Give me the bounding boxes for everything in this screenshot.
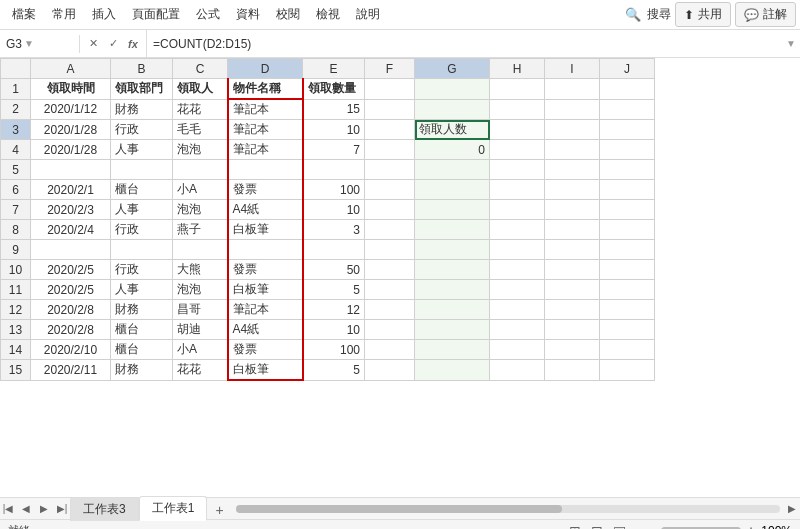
cell-H13[interactable] [490, 320, 545, 340]
cell-F12[interactable] [365, 300, 415, 320]
cell-J6[interactable] [600, 180, 655, 200]
cell-E8[interactable]: 3 [303, 220, 365, 240]
col-header-A[interactable]: A [31, 59, 111, 79]
cell-F13[interactable] [365, 320, 415, 340]
cell-D4[interactable]: 筆記本 [228, 140, 303, 160]
cell-E7[interactable]: 10 [303, 200, 365, 220]
cell-E4[interactable]: 7 [303, 140, 365, 160]
cell-J12[interactable] [600, 300, 655, 320]
cell-A7[interactable]: 2020/2/3 [31, 200, 111, 220]
cell-A1[interactable]: 領取時間 [31, 79, 111, 100]
cell-D5[interactable] [228, 160, 303, 180]
cell-J11[interactable] [600, 280, 655, 300]
cell-B6[interactable]: 櫃台 [111, 180, 173, 200]
cell-A10[interactable]: 2020/2/5 [31, 260, 111, 280]
menu-view[interactable]: 檢視 [308, 2, 348, 27]
sheet-nav-prev[interactable]: ◀ [18, 501, 34, 517]
col-header-D[interactable]: D [228, 59, 303, 79]
zoom-minus[interactable]: － [645, 522, 657, 529]
cell-B14[interactable]: 櫃台 [111, 340, 173, 360]
cell-F8[interactable] [365, 220, 415, 240]
cell-I14[interactable] [545, 340, 600, 360]
cell-J1[interactable] [600, 79, 655, 100]
cell-C15[interactable]: 花花 [173, 360, 228, 381]
cell-E3[interactable]: 10 [303, 120, 365, 140]
cell-B2[interactable]: 財務 [111, 99, 173, 120]
cell-G13[interactable] [415, 320, 490, 340]
cell-C1[interactable]: 領取人 [173, 79, 228, 100]
cell-I8[interactable] [545, 220, 600, 240]
cell-J5[interactable] [600, 160, 655, 180]
cell-G8[interactable] [415, 220, 490, 240]
cell-A9[interactable] [31, 240, 111, 260]
cell-A15[interactable]: 2020/2/11 [31, 360, 111, 381]
sheet-nav-last[interactable]: ▶| [54, 501, 70, 517]
cell-I6[interactable] [545, 180, 600, 200]
cell-H2[interactable] [490, 99, 545, 120]
cell-C14[interactable]: 小A [173, 340, 228, 360]
sheet-tab-1[interactable]: 工作表1 [139, 496, 208, 521]
cell-F9[interactable] [365, 240, 415, 260]
cell-E14[interactable]: 100 [303, 340, 365, 360]
cell-F4[interactable] [365, 140, 415, 160]
cell-C6[interactable]: 小A [173, 180, 228, 200]
share-button[interactable]: ⬆ 共用 [675, 2, 731, 27]
cell-G10[interactable] [415, 260, 490, 280]
cell-I2[interactable] [545, 99, 600, 120]
formula-input[interactable]: =COUNT(D2:D15) [147, 35, 786, 53]
cell-I4[interactable] [545, 140, 600, 160]
cell-G3[interactable]: 領取人数 [415, 120, 490, 140]
sheet-nav-next[interactable]: ▶ [36, 501, 52, 517]
cell-I11[interactable] [545, 280, 600, 300]
cell-G4[interactable]: 0 [415, 140, 490, 160]
cell-F15[interactable] [365, 360, 415, 381]
cell-J7[interactable] [600, 200, 655, 220]
cell-B12[interactable]: 財務 [111, 300, 173, 320]
cell-C7[interactable]: 泡泡 [173, 200, 228, 220]
add-sheet-button[interactable]: + [207, 499, 231, 521]
cell-C12[interactable]: 昌哥 [173, 300, 228, 320]
formula-expand-icon[interactable]: ▼ [786, 38, 800, 49]
cell-D14[interactable]: 發票 [228, 340, 303, 360]
cell-B15[interactable]: 財務 [111, 360, 173, 381]
cell-E6[interactable]: 100 [303, 180, 365, 200]
cell-H14[interactable] [490, 340, 545, 360]
cell-I15[interactable] [545, 360, 600, 381]
cell-A14[interactable]: 2020/2/10 [31, 340, 111, 360]
cell-H7[interactable] [490, 200, 545, 220]
cell-H1[interactable] [490, 79, 545, 100]
cell-F6[interactable] [365, 180, 415, 200]
col-header-J[interactable]: J [600, 59, 655, 79]
cell-H9[interactable] [490, 240, 545, 260]
cell-E5[interactable] [303, 160, 365, 180]
cell-F14[interactable] [365, 340, 415, 360]
col-header-E[interactable]: E [303, 59, 365, 79]
cell-reference[interactable]: G3 ▼ [0, 35, 80, 53]
cell-E12[interactable]: 12 [303, 300, 365, 320]
cell-D2[interactable]: 筆記本 [228, 99, 303, 120]
cell-I3[interactable] [545, 120, 600, 140]
cell-E11[interactable]: 5 [303, 280, 365, 300]
menu-layout[interactable]: 頁面配置 [124, 2, 188, 27]
horizontal-scrollbar[interactable] [232, 498, 784, 519]
cell-E1[interactable]: 領取數量 [303, 79, 365, 100]
cell-B9[interactable] [111, 240, 173, 260]
cell-B13[interactable]: 櫃台 [111, 320, 173, 340]
cell-C13[interactable]: 胡迪 [173, 320, 228, 340]
custom-view-icon[interactable]: ▣ [609, 521, 629, 530]
col-header-H[interactable]: H [490, 59, 545, 79]
cell-B7[interactable]: 人事 [111, 200, 173, 220]
cell-D10[interactable]: 發票 [228, 260, 303, 280]
cell-F7[interactable] [365, 200, 415, 220]
sheet-nav-first[interactable]: |◀ [0, 501, 16, 517]
cell-G6[interactable] [415, 180, 490, 200]
cell-C8[interactable]: 燕子 [173, 220, 228, 240]
cell-D3[interactable]: 筆記本 [228, 120, 303, 140]
fx-icon[interactable]: fx [124, 35, 142, 53]
cell-I7[interactable] [545, 200, 600, 220]
cell-F1[interactable] [365, 79, 415, 100]
cell-J13[interactable] [600, 320, 655, 340]
cell-D15[interactable]: 白板筆 [228, 360, 303, 381]
menu-formula[interactable]: 公式 [188, 2, 228, 27]
cell-C4[interactable]: 泡泡 [173, 140, 228, 160]
